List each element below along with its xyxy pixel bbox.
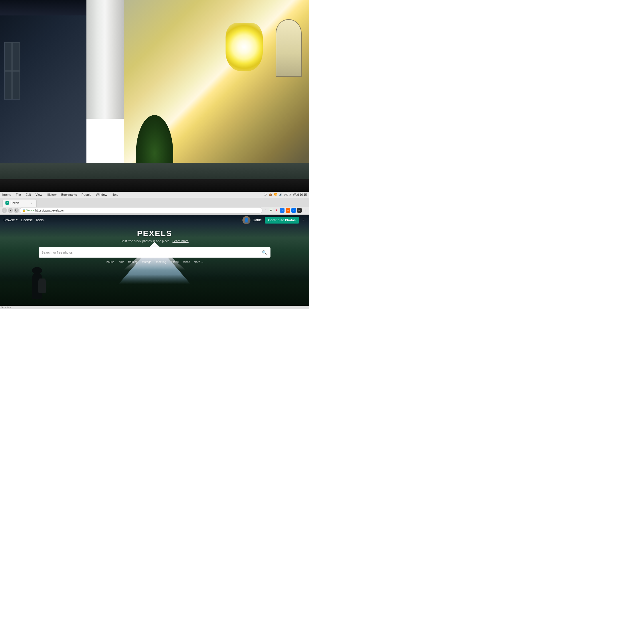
- tag-vintage[interactable]: vintage: [141, 260, 153, 264]
- url-text: https://www.pexels.com: [35, 209, 65, 212]
- secure-label: Secure: [26, 209, 34, 212]
- window-pane: [12, 42, 19, 70]
- background-photo: [0, 0, 309, 192]
- pexels-nav-left: Browse ▼ License Tools: [3, 218, 44, 222]
- menu-edit[interactable]: Edit: [25, 193, 31, 196]
- browse-button[interactable]: Browse ▼: [3, 218, 18, 222]
- search-bar[interactable]: Search for free photos... 🔍: [39, 247, 270, 258]
- volume-icon: 🔊: [279, 193, 282, 196]
- menu-bar: hrome File Edit View History Bookmarks P…: [0, 192, 309, 198]
- address-bar[interactable]: 🔒 Secure https://www.pexels.com: [20, 207, 262, 214]
- pexels-nav-right: 👤 Daniel Contribute Photos ···: [242, 216, 306, 224]
- monitor-bezel: [0, 179, 309, 191]
- tag-blur[interactable]: blur: [118, 260, 125, 264]
- status-text: Searches: [1, 306, 11, 309]
- forward-button[interactable]: ›: [8, 208, 13, 213]
- browser-chrome: hrome File Edit View History Bookmarks P…: [0, 192, 309, 309]
- hero-content: PEXELS Best free stock photos in one pla…: [0, 226, 309, 245]
- grid-windows: [4, 42, 20, 100]
- toolbar-row: ‹ › ↻ 🔒 Secure https://www.pexels.com ☆ …: [0, 207, 309, 215]
- menu-help[interactable]: Help: [112, 193, 118, 196]
- menu-history[interactable]: History: [47, 193, 57, 196]
- reload-button[interactable]: ↻: [14, 208, 19, 213]
- person-backpack: [38, 278, 46, 293]
- tag-house[interactable]: house: [105, 260, 115, 264]
- window-pane: [12, 71, 19, 99]
- arch-window: [276, 19, 302, 77]
- window-pane: [5, 42, 12, 70]
- more-tools-icon[interactable]: ⋮: [303, 208, 307, 213]
- menu-view[interactable]: View: [35, 193, 42, 196]
- tab-bar: P Pexels ×: [0, 198, 309, 207]
- battery-label: 100 %: [284, 193, 291, 196]
- user-name-label: Daniel: [253, 218, 262, 222]
- menu-bookmarks[interactable]: Bookmarks: [61, 193, 77, 196]
- tagline: Best free stock photos in one place. Lea…: [0, 239, 309, 243]
- lock-icon: 🔒: [22, 209, 25, 212]
- ext-icon-3[interactable]: N: [286, 208, 290, 213]
- tag-training[interactable]: training: [127, 260, 139, 264]
- ext-icon-4[interactable]: A: [291, 208, 296, 213]
- user-avatar[interactable]: 👤: [242, 216, 250, 224]
- ext-icon-5[interactable]: G: [297, 208, 302, 213]
- ext-icon-2[interactable]: f: [280, 208, 285, 213]
- tab-title: Pexels: [11, 202, 19, 205]
- pexels-navbar: Browse ▼ License Tools 👤 Daniel Contribu…: [0, 215, 309, 226]
- light-burst: [226, 23, 263, 71]
- menu-chrome[interactable]: hrome: [2, 193, 11, 196]
- back-button[interactable]: ‹: [2, 208, 7, 213]
- more-options-button[interactable]: ···: [301, 217, 306, 223]
- menu-bar-right: 🛡 📦 📶 🔊 100 % Wed 16:15: [264, 193, 307, 196]
- search-placeholder-text: Search for free photos...: [42, 251, 258, 254]
- extension-icons: ☆ P P f N A G ⋮: [263, 208, 307, 213]
- window-pane: [5, 71, 12, 99]
- tag-more-link[interactable]: more →: [193, 260, 204, 264]
- browse-label: Browse: [3, 218, 15, 222]
- shield-icon: 🛡: [264, 193, 267, 196]
- secure-badge: 🔒 Secure: [22, 209, 34, 212]
- ext-icon-1[interactable]: P: [269, 208, 273, 212]
- pexels-site: Browse ▼ License Tools 👤 Daniel Contribu…: [0, 215, 309, 307]
- search-icon: 🔍: [262, 250, 267, 255]
- dropbox-icon: 📦: [268, 193, 272, 196]
- tag-wood[interactable]: wood: [182, 260, 191, 264]
- tag-meeting[interactable]: meeting: [155, 260, 167, 264]
- clock: Wed 16:15: [293, 193, 307, 196]
- tag-phone[interactable]: phone: [170, 260, 180, 264]
- chevron-down-icon: ▼: [16, 219, 18, 221]
- menu-window[interactable]: Window: [96, 193, 107, 196]
- license-button[interactable]: License: [21, 218, 33, 222]
- pexels-logo: PEXELS: [0, 229, 309, 238]
- person-head: [32, 267, 42, 274]
- browser-tab-pexels[interactable]: P Pexels ×: [2, 199, 37, 207]
- star-icon[interactable]: ☆: [263, 208, 268, 213]
- search-icon-wrap: 🔍: [261, 249, 268, 256]
- status-bar: Searches: [0, 306, 309, 309]
- tagline-text: Best free stock photos in one place.: [120, 239, 170, 243]
- menu-items: hrome File Edit View History Bookmarks P…: [2, 193, 118, 196]
- search-container: Search for free photos... 🔍: [39, 247, 270, 258]
- menu-people[interactable]: People: [82, 193, 91, 196]
- tab-favicon: P: [5, 201, 9, 205]
- concrete-pillar: [86, 0, 124, 119]
- tools-button[interactable]: Tools: [35, 218, 44, 222]
- tab-close-button[interactable]: ×: [30, 201, 33, 205]
- avatar-icon: 👤: [244, 217, 249, 223]
- menu-file[interactable]: File: [16, 193, 21, 196]
- wifi-icon: 📶: [274, 193, 277, 196]
- contribute-photos-button[interactable]: Contribute Photos: [265, 217, 299, 224]
- tag-pills: house blur training vintage meeting phon…: [0, 260, 309, 264]
- pinterest-icon[interactable]: P: [274, 208, 279, 213]
- learn-more-link[interactable]: Learn more: [173, 239, 189, 243]
- person-silhouette: [25, 267, 49, 299]
